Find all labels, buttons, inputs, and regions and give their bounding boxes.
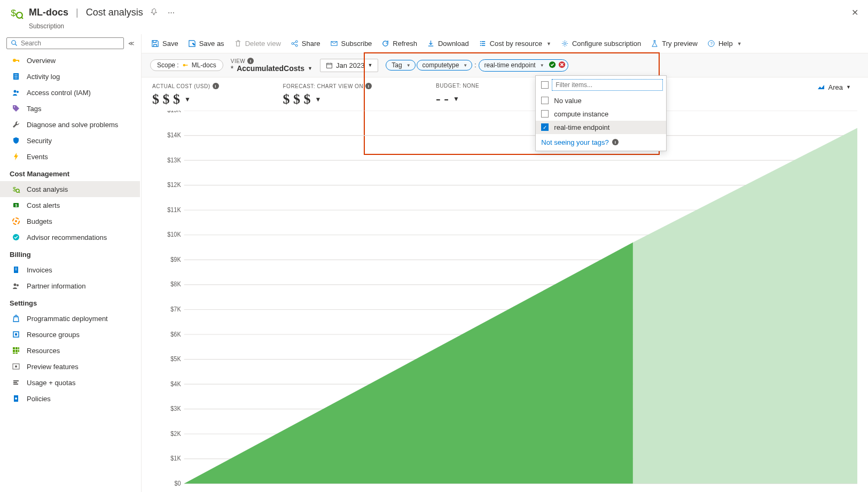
sidebar-item-cost-alerts[interactable]: $Cost alerts [0, 197, 140, 213]
sidebar-item-label: Tags [27, 105, 41, 113]
sidebar-item-label: Diagnose and solve problems [27, 121, 118, 129]
collapse-sidebar-icon[interactable]: ≪ [128, 40, 135, 47]
sidebar-item-cost-analysis[interactable]: $Cost analysis [0, 181, 140, 197]
sidebar-item-label: Usage + quotas [27, 379, 75, 387]
svg-point-51 [564, 43, 566, 45]
sidebar-item-programmatic-deployment[interactable]: Programmatic deployment [0, 310, 140, 326]
budget-icon [12, 217, 20, 225]
sidebar-item-budgets[interactable]: Budgets [0, 213, 140, 229]
svg-text:$15K: $15K [167, 111, 181, 114]
actual-cost-stat[interactable]: ACTUAL COST (USD) i $ $ $▼ [152, 83, 219, 107]
preview-icon [12, 362, 20, 371]
sidebar-item-policies[interactable]: Policies [0, 391, 140, 407]
help-icon: ? [707, 40, 715, 48]
delete-view-button: Delete view [233, 37, 282, 50]
svg-text:$: $ [15, 203, 18, 208]
cost-by-resource-button[interactable]: Cost by resource▼ [478, 37, 552, 50]
filter-items-input[interactable] [556, 81, 659, 89]
help-button[interactable]: ?Help▼ [706, 37, 743, 50]
log-icon [12, 72, 20, 81]
chevron-down-icon: ▼ [184, 96, 191, 104]
svg-point-26 [14, 284, 17, 286]
more-icon[interactable]: ⋯ [166, 6, 177, 19]
sidebar-item-access-control-iam-[interactable]: Access control (IAM) [0, 84, 140, 100]
svg-text:$10K: $10K [167, 230, 181, 238]
checkbox[interactable] [541, 110, 549, 118]
sidebar-item-resources[interactable]: Resources [0, 342, 140, 358]
filter-option-label: real-time endpoint [554, 123, 609, 131]
configure-subscription-button[interactable]: Configure subscription [560, 37, 642, 50]
bolt-icon [12, 152, 20, 161]
advisor-icon [12, 233, 20, 241]
sidebar-item-label: Partner information [27, 282, 86, 290]
sidebar-item-advisor-recommendations[interactable]: Advisor recommendations [0, 229, 140, 245]
filter-cancel-icon[interactable] [558, 61, 566, 70]
view-selector[interactable]: VIEW i *AccumulatedCosts▼ [231, 58, 312, 73]
checkbox[interactable]: ✓ [541, 123, 549, 131]
filter-tag-type[interactable]: Tag▼ [386, 60, 415, 71]
filter-option[interactable]: ✓real-time endpoint [536, 121, 666, 134]
save-as-button[interactable]: Save as [187, 37, 225, 50]
forecast-stat[interactable]: FORECAST: CHART VIEW ON i $ $ $▼ [283, 83, 372, 107]
filter-tag-value[interactable]: real-time endpoint▼ [479, 59, 568, 72]
chart-type-selector[interactable]: Area ▼ [817, 83, 857, 91]
info-icon: i [247, 58, 254, 64]
scope-selector[interactable]: Scope : ML-docs [150, 59, 223, 71]
sidebar-item-activity-log[interactable]: Activity log [0, 68, 140, 84]
page-title: Cost analysis [86, 7, 143, 18]
sidebar-item-label: Resources [27, 347, 60, 355]
sidebar-search-input[interactable] [21, 40, 119, 47]
sidebar-item-overview[interactable]: Overview [0, 52, 140, 68]
svg-rect-31 [15, 347, 18, 349]
not-seeing-tags-link[interactable]: Not seeing your tags?i [536, 134, 666, 151]
sidebar-item-tags[interactable]: Tags [0, 100, 140, 116]
chevron-down-icon: ▼ [367, 63, 372, 68]
save-as-icon [188, 40, 196, 48]
main-content: Save Save as Delete view Share Subscribe… [142, 34, 868, 492]
filter-tag-key[interactable]: computetype▼ [417, 60, 473, 71]
sidebar-item-diagnose-and-solve-problems[interactable]: Diagnose and solve problems [0, 116, 140, 132]
sidebar-item-invoices[interactable]: Invoices [0, 262, 140, 278]
cost-icon: $ [12, 185, 20, 193]
refresh-button[interactable]: Refresh [380, 37, 418, 50]
alert-icon: $ [12, 201, 20, 209]
sidebar-item-preview-features[interactable]: Preview features [0, 358, 140, 374]
chevron-down-icon: ▼ [540, 63, 544, 68]
trash-icon [234, 40, 242, 48]
sidebar-item-usage-quotas[interactable]: Usage + quotas [0, 374, 140, 391]
svg-line-17 [19, 192, 20, 193]
filter-option[interactable]: No value [536, 94, 666, 107]
try-preview-button[interactable]: Try preview [650, 37, 699, 50]
download-button[interactable]: Download [426, 37, 470, 50]
close-icon[interactable]: ✕ [851, 7, 858, 18]
date-range-selector[interactable]: Jan 2023 ▼ [320, 59, 378, 72]
subscribe-button[interactable]: Subscribe [329, 37, 373, 50]
svg-point-45 [292, 43, 294, 45]
budget-stat[interactable]: BUDGET: NONE - -▼ [436, 83, 479, 107]
sidebar-search[interactable] [6, 37, 124, 49]
svg-text:$7K: $7K [170, 305, 181, 313]
pin-icon[interactable] [148, 6, 160, 19]
sidebar-item-security[interactable]: Security [0, 132, 140, 149]
nav-group-header: Cost Management [0, 165, 140, 181]
svg-text:$12K: $12K [167, 181, 181, 189]
svg-rect-35 [18, 350, 19, 352]
command-bar: Save Save as Delete view Share Subscribe… [142, 34, 868, 53]
checkbox[interactable] [541, 97, 549, 104]
chevron-down-icon: ▼ [406, 63, 411, 68]
share-button[interactable]: Share [290, 37, 322, 50]
svg-text:$14K: $14K [167, 131, 181, 139]
select-all-checkbox[interactable] [541, 81, 549, 89]
sidebar-item-label: Cost analysis [27, 185, 68, 193]
sidebar-item-resource-groups[interactable]: Resource groups [0, 326, 140, 342]
cost-analysis-icon: $ [10, 5, 24, 19]
sidebar-item-partner-information[interactable]: Partner information [0, 278, 140, 294]
filter-accept-icon[interactable] [549, 61, 556, 70]
filter-option[interactable]: compute instance [536, 107, 666, 121]
chevron-down-icon: ▼ [846, 84, 851, 90]
save-button[interactable]: Save [150, 37, 179, 50]
sidebar-item-label: Activity log [27, 73, 60, 81]
resource-name: ML-docs [29, 7, 68, 18]
sidebar-item-events[interactable]: Events [0, 149, 140, 165]
sidebar-item-label: Preview features [27, 363, 79, 371]
